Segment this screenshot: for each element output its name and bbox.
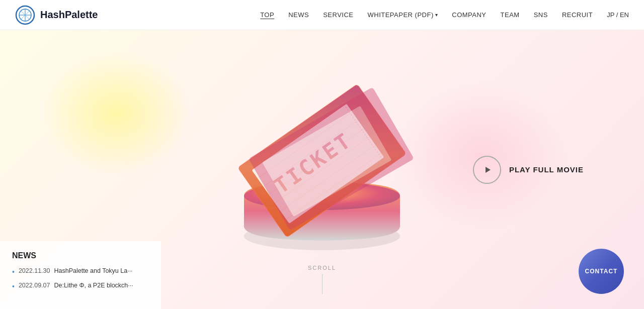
play-section: PLAY FULL MOVIE [473, 156, 584, 184]
news-text: HashPalette and Tokyu La··· [54, 267, 132, 274]
play-button[interactable] [473, 156, 501, 184]
svg-marker-26 [486, 167, 491, 173]
list-item[interactable]: • 2022.11.30 HashPalette and Tokyu La··· [12, 267, 149, 277]
nav-team[interactable]: TEAM [501, 11, 520, 19]
nav-whitepaper[interactable]: WHITEPAPER (PDF) ▾ [367, 11, 438, 19]
news-bullet-icon: • [12, 267, 15, 277]
news-text: De:Lithe Φ, a P2E blockch··· [54, 282, 133, 289]
nav-news[interactable]: NEWS [288, 11, 309, 19]
chevron-down-icon: ▾ [435, 12, 438, 18]
nav-top[interactable]: TOP [260, 11, 274, 19]
nav-company[interactable]: COMPANY [452, 11, 486, 19]
scroll-line [322, 274, 323, 294]
nav-recruit[interactable]: RECRUIT [562, 11, 593, 19]
main-nav: TOP NEWS SERVICE WHITEPAPER (PDF) ▾ COMP… [260, 11, 629, 19]
hero-section: TICKET [0, 30, 644, 309]
news-date: 2022.11.30 [19, 267, 50, 274]
nav-service[interactable]: SERVICE [323, 11, 353, 19]
news-date: 2022.09.07 [19, 282, 50, 289]
header: HashPalette TOP NEWS SERVICE WHITEPAPER … [0, 0, 644, 30]
list-item[interactable]: • 2022.09.07 De:Lithe Φ, a P2E blockch··… [12, 282, 149, 292]
scroll-label: SCROLL [308, 265, 336, 271]
bg-blob-yellow [40, 50, 191, 176]
news-bullet-icon: • [12, 282, 15, 292]
scroll-indicator: SCROLL [308, 265, 336, 294]
news-panel: NEWS • 2022.11.30 HashPalette and Tokyu … [0, 241, 161, 309]
hero-visual: TICKET [196, 40, 448, 281]
logo-text: HashPalette [40, 9, 98, 21]
logo-icon [15, 5, 35, 25]
play-icon [483, 165, 492, 174]
nav-sns[interactable]: SNS [534, 11, 548, 19]
news-title: NEWS [12, 251, 149, 260]
logo-link[interactable]: HashPalette [15, 5, 98, 25]
contact-button[interactable]: CONTACT [579, 249, 624, 294]
play-label: PLAY FULL MOVIE [509, 165, 584, 174]
lang-switcher[interactable]: JP / EN [607, 11, 629, 19]
